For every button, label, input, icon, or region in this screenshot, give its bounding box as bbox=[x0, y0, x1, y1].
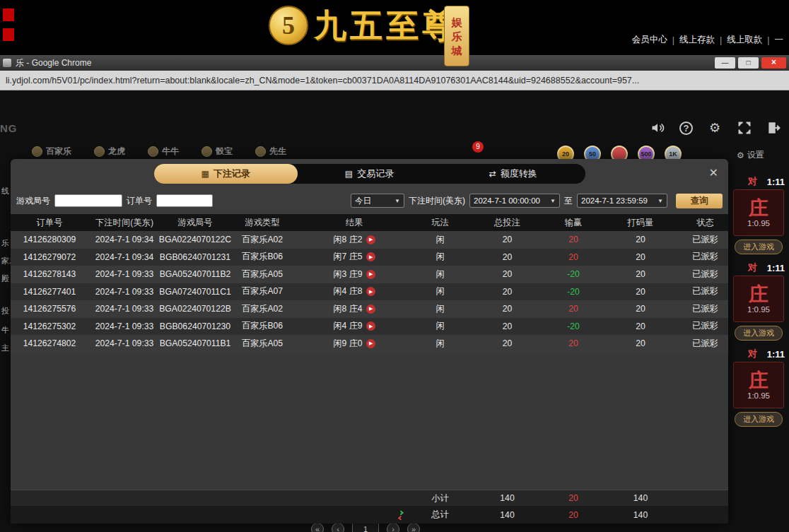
round-input[interactable] bbox=[54, 194, 122, 207]
countdown-timer: 1:11 bbox=[767, 177, 785, 187]
game-category-tab[interactable]: 骰宝 bbox=[201, 146, 233, 158]
replay-icon[interactable]: ▶ bbox=[366, 252, 375, 261]
game-category-tab[interactable]: 先生 bbox=[255, 146, 286, 158]
fullscreen-icon[interactable] bbox=[737, 120, 752, 136]
gear-icon: ⚙ bbox=[737, 150, 744, 160]
nav-truncated[interactable]: 一 bbox=[775, 34, 784, 46]
cell-time: 2024-7-1 09:33 bbox=[88, 283, 160, 301]
replay-icon[interactable]: ▶ bbox=[366, 287, 375, 296]
tab-transaction-records[interactable]: ▤ 交易记录 bbox=[298, 164, 441, 184]
enter-game-button[interactable]: 进入游戏 bbox=[735, 326, 783, 341]
cell-status: 已派彩 bbox=[682, 283, 728, 301]
window-controls: — □ × bbox=[715, 57, 786, 69]
speaker-icon[interactable] bbox=[650, 120, 665, 136]
date-range-select[interactable]: 今日 ▼ bbox=[351, 194, 404, 208]
replay-icon[interactable]: ▶ bbox=[366, 235, 375, 244]
left-menu-fragment: 线 乐 家乐 殿 投 牛 主 bbox=[0, 90, 11, 532]
exit-icon[interactable] bbox=[766, 120, 782, 136]
replay-icon[interactable]: ▶ bbox=[366, 305, 375, 314]
nav-deposit[interactable]: 线上存款 bbox=[679, 34, 715, 46]
column-header: 订单号 bbox=[11, 214, 88, 231]
close-icon[interactable]: ✕ bbox=[709, 167, 718, 179]
result-text: 闲3 庄9 bbox=[333, 268, 362, 280]
url-text[interactable]: li.ydjol.com/h5V01/pc/index.html?return=… bbox=[0, 76, 789, 85]
tab-label: 额度转换 bbox=[501, 167, 537, 180]
banker-bet-area[interactable]: 庄 1:0.95 bbox=[733, 189, 784, 236]
game-category-tab[interactable]: 牛牛 bbox=[148, 146, 179, 158]
prev-page-button[interactable]: ‹ bbox=[332, 523, 344, 532]
calendar-icon: ▦ bbox=[201, 169, 209, 179]
nav-withdraw[interactable]: 线上取款 bbox=[727, 34, 762, 46]
replay-icon[interactable]: ▶ bbox=[366, 339, 375, 348]
gear-icon[interactable]: ⚙ bbox=[707, 120, 723, 136]
cell-game-type: 百家乐A05 bbox=[230, 266, 295, 283]
total-winloss: 20 bbox=[548, 506, 599, 524]
tab-credit-transfer[interactable]: ⇄ 额度转换 bbox=[441, 164, 585, 184]
cell-play: 闲 bbox=[414, 249, 467, 266]
menu-item-fragment: 主 bbox=[1, 343, 9, 353]
cell-status: 已派彩 bbox=[682, 266, 728, 283]
cell-time: 2024-7-1 09:34 bbox=[88, 231, 160, 249]
replay-icon[interactable]: ▶ bbox=[366, 270, 375, 279]
cell-time: 2024-7-1 09:33 bbox=[88, 266, 160, 283]
banker-bet-area[interactable]: 庄 1:0.95 bbox=[733, 362, 784, 408]
enter-game-button[interactable]: 进入游戏 bbox=[735, 240, 783, 254]
cell-turnover: 20 bbox=[599, 249, 682, 266]
search-button[interactable]: 查询 bbox=[676, 194, 723, 208]
logo-coin: 5 bbox=[269, 6, 308, 45]
enter-game-button[interactable]: 进入游戏 bbox=[735, 412, 783, 427]
column-header: 总投注 bbox=[467, 214, 548, 231]
cell-round: BGA052407011B2 bbox=[160, 266, 230, 283]
cell-status: 已派彩 bbox=[682, 318, 728, 336]
settings-button[interactable]: ⚙ 设置 bbox=[737, 149, 764, 161]
end-time-select[interactable]: 2024-7-1 23:59:59 ▼ bbox=[577, 194, 667, 208]
game-category-tab[interactable]: 龙虎 bbox=[94, 146, 125, 158]
banker-bet-area[interactable]: 庄 1:0.95 bbox=[733, 276, 784, 322]
first-page-button[interactable]: « bbox=[311, 523, 324, 532]
replay-icon[interactable]: ▶ bbox=[366, 321, 375, 331]
cell-game-type: 百家乐A05 bbox=[230, 335, 295, 353]
last-page-button[interactable]: » bbox=[407, 523, 420, 532]
column-header: 结果 bbox=[295, 214, 414, 231]
menu-item-fragment: 投 bbox=[1, 306, 9, 317]
cell-result: 闲8 庄4 ▶ bbox=[295, 300, 414, 318]
cell-total-bet: 20 bbox=[467, 249, 548, 266]
nav-member-center[interactable]: 会员中心 bbox=[632, 34, 667, 46]
nav-separator: | bbox=[672, 35, 674, 45]
game-category-icon bbox=[94, 146, 105, 157]
odds-label: 1:0.95 bbox=[747, 305, 770, 314]
page-indicator[interactable]: 1 bbox=[352, 523, 379, 532]
order-input[interactable] bbox=[156, 194, 213, 207]
cell-order: 14126279072 bbox=[11, 249, 88, 266]
minimize-button[interactable]: — bbox=[715, 57, 735, 69]
tab-bet-records[interactable]: ▦ 下注记录 bbox=[154, 164, 298, 184]
table-empty-area bbox=[11, 353, 728, 490]
nav-separator: | bbox=[720, 35, 722, 45]
refresh-icon[interactable] bbox=[395, 510, 407, 520]
cell-play: 闲 bbox=[414, 283, 467, 301]
cell-result: 闲4 庄8 ▶ bbox=[295, 283, 414, 301]
game-category-icon bbox=[255, 146, 266, 157]
cell-game-type: 百家乐A07 bbox=[230, 283, 295, 301]
table-row: 14126278143 2024-7-1 09:33 BGA052407011B… bbox=[11, 266, 728, 283]
chevron-down-icon: ▼ bbox=[394, 198, 400, 204]
maximize-button[interactable]: □ bbox=[738, 57, 759, 69]
window-title-bar[interactable]: 乐 - Google Chrome — □ × bbox=[0, 55, 789, 71]
game-category-tab[interactable]: 百家乐 bbox=[32, 146, 71, 158]
help-icon[interactable]: ? bbox=[679, 122, 693, 135]
url-bar[interactable]: li.ydjol.com/h5V01/pc/index.html?return=… bbox=[0, 71, 789, 90]
site-logo: 九五至尊 bbox=[314, 4, 458, 48]
next-page-button[interactable]: › bbox=[387, 523, 399, 532]
column-header: 游戏局号 bbox=[160, 214, 230, 231]
cell-turnover: 20 bbox=[599, 283, 682, 301]
result-text: 闲8 庄2 bbox=[333, 234, 362, 246]
close-window-button[interactable]: × bbox=[761, 57, 786, 69]
cell-total-bet: 20 bbox=[467, 231, 548, 249]
cell-play: 闲 bbox=[414, 300, 467, 318]
table-row: 14126275302 2024-7-1 09:33 BGB0624070123… bbox=[11, 318, 728, 336]
cell-game-type: 百家乐B06 bbox=[230, 249, 295, 266]
start-time-select[interactable]: 2024-7-1 00:00:00 ▼ bbox=[469, 194, 560, 208]
side-ad-fragment bbox=[3, 8, 14, 21]
bet-card-header: 对 1:11 bbox=[728, 260, 789, 276]
settings-label: 设置 bbox=[747, 149, 764, 161]
